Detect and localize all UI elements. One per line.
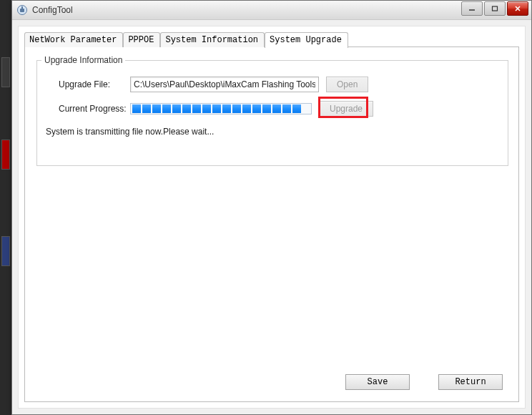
tab-system-information[interactable]: System Information [160,32,265,47]
progress-segment [202,104,211,113]
open-button[interactable]: Open [326,77,368,92]
progress-segment [242,104,251,113]
upgrade-file-label: Upgrade File: [59,79,130,89]
upgrade-file-input[interactable] [130,77,319,92]
client-area: NetWork Parameter PPPOE System Informati… [18,26,526,409]
upgrade-highlight [318,97,368,118]
progress-segment [172,104,181,113]
progress-segment [142,104,151,113]
progress-segment [282,104,291,113]
svg-rect-4 [493,6,498,11]
desktop-background [0,0,11,415]
progress-segment [162,104,171,113]
progress-bar [130,103,312,114]
tab-strip: NetWork Parameter PPPOE System Informati… [24,32,348,47]
window-title: ConfigTool [32,5,73,15]
tab-system-upgrade[interactable]: System Upgrade [265,32,348,48]
progress-segment [232,104,241,113]
progress-segment [182,104,191,113]
progress-segment [152,104,161,113]
progress-segment [252,104,261,113]
save-button[interactable]: Save [345,374,410,390]
minimize-button[interactable] [461,1,483,16]
app-icon [16,4,28,16]
svg-rect-2 [21,6,23,9]
current-progress-label: Current Progress: [59,104,130,114]
progress-segment [192,104,201,113]
progress-segment [292,104,301,113]
progress-segment [262,104,271,113]
config-tool-window: ConfigTool NetWork Parameter PPPOE Syste… [11,0,532,415]
tab-page-system-upgrade: Upgrade Information Upgrade File: Open C… [24,47,519,402]
progress-segment [212,104,221,113]
maximize-button[interactable] [484,1,506,16]
return-button[interactable]: Return [438,374,503,390]
bottom-button-bar: Save Return [345,374,503,390]
progress-segment [222,104,231,113]
progress-segment [272,104,281,113]
group-legend: Upgrade Information [41,55,125,65]
title-bar[interactable]: ConfigTool [12,1,531,20]
upgrade-information-group: Upgrade Information Upgrade File: Open C… [36,60,508,166]
tab-pppoe[interactable]: PPPOE [123,32,160,47]
status-text: System is transmitting file now.Please w… [46,127,214,137]
close-button[interactable] [507,1,528,16]
tab-network-parameter[interactable]: NetWork Parameter [24,32,123,47]
progress-segment [132,104,141,113]
